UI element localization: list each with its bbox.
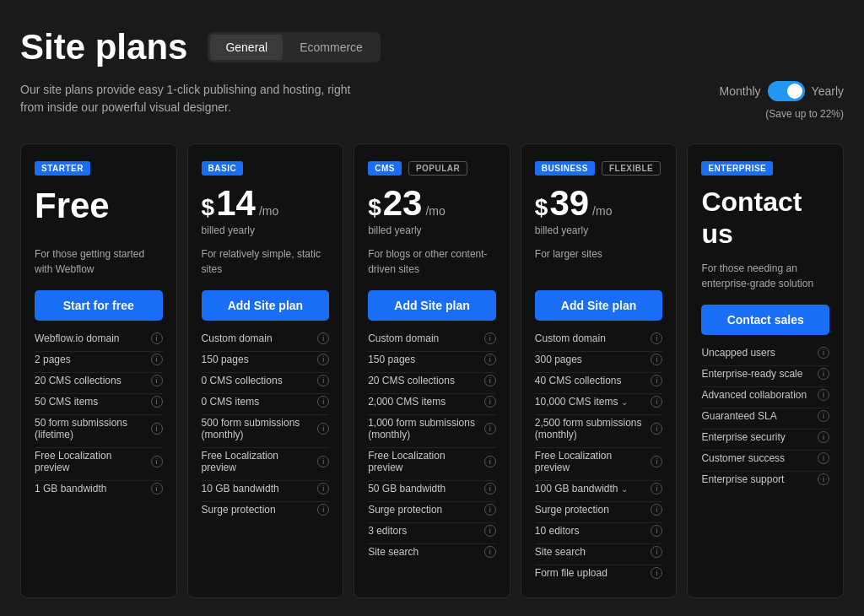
info-icon[interactable]: i <box>317 396 329 408</box>
feature-item: 300 pages i <box>535 351 663 367</box>
info-icon[interactable]: i <box>651 456 662 467</box>
badge-row-basic: BASIC <box>202 161 330 176</box>
plan-desc-starter: For those getting started with Webflow <box>35 246 163 280</box>
badge-row-enterprise: ENTERPRISE <box>701 161 829 176</box>
feature-text: 10,000 CMS items ⌄ <box>535 396 648 408</box>
tab-ecommerce[interactable]: Ecommerce <box>284 35 378 60</box>
info-icon[interactable]: i <box>651 396 662 408</box>
info-icon[interactable]: i <box>317 483 329 494</box>
feature-item: 20 CMS collections i <box>35 372 163 388</box>
features-list-business: Custom domain i 300 pages i 40 CMS colle… <box>535 331 663 581</box>
feature-item: 20 CMS collections i <box>368 372 496 388</box>
price-block-cms: $ 23 /mo billed yearly <box>368 186 496 236</box>
info-icon[interactable]: i <box>151 375 163 386</box>
cta-button-basic[interactable]: Add Site plan <box>202 290 330 321</box>
info-icon[interactable]: i <box>818 431 829 443</box>
info-icon[interactable]: i <box>484 375 496 386</box>
info-icon[interactable]: i <box>317 423 329 435</box>
badge-starter: STARTER <box>35 161 90 176</box>
info-icon[interactable]: i <box>818 368 829 380</box>
feature-item: 0 CMS collections i <box>202 372 330 388</box>
info-icon[interactable]: i <box>484 423 496 435</box>
info-icon[interactable]: i <box>651 332 662 344</box>
info-icon[interactable]: i <box>651 525 662 537</box>
feature-item: 2,500 form submissions (monthly) i <box>535 414 663 442</box>
badge-row-starter: STARTER <box>35 161 163 176</box>
price-dollar-basic: $ <box>202 196 215 219</box>
feature-item: Advanced collaboration i <box>701 386 829 403</box>
page-header: Site plans General Ecommerce <box>20 27 844 68</box>
info-icon[interactable]: i <box>317 504 329 516</box>
info-icon[interactable]: i <box>151 483 163 494</box>
feature-text: 150 pages <box>202 354 315 365</box>
feature-text: Custom domain <box>368 332 481 344</box>
info-icon[interactable]: i <box>651 504 662 516</box>
info-icon[interactable]: i <box>484 396 496 408</box>
feature-item: Site search i <box>535 543 663 559</box>
info-icon[interactable]: i <box>317 332 329 344</box>
badge-row-business: BUSINESSFLEXIBLE <box>535 161 663 176</box>
subtitle-row: Our site plans provide easy 1-click publ… <box>20 81 844 120</box>
plan-desc-basic: For relatively simple, static sites <box>202 246 330 280</box>
info-icon[interactable]: i <box>484 483 496 494</box>
feature-item: Enterprise-ready scale i <box>701 365 829 381</box>
info-icon[interactable]: i <box>484 354 496 365</box>
tab-general[interactable]: General <box>210 35 283 60</box>
feature-text: Free Localization preview <box>535 450 648 473</box>
info-icon[interactable]: i <box>651 354 662 365</box>
info-icon[interactable]: i <box>818 410 829 422</box>
info-icon[interactable]: i <box>151 354 163 365</box>
info-icon[interactable]: i <box>484 525 496 537</box>
info-icon[interactable]: i <box>151 396 163 408</box>
feature-item: Custom domain i <box>202 331 330 346</box>
feature-text: 50 CMS items <box>35 396 148 408</box>
feature-text: Surge protection <box>202 504 315 516</box>
info-icon[interactable]: i <box>818 347 829 359</box>
info-icon[interactable]: i <box>151 423 163 435</box>
price-dollar-business: $ <box>535 196 548 219</box>
info-icon[interactable]: i <box>651 546 662 558</box>
feature-item: 500 form submissions (monthly) i <box>202 414 330 442</box>
feature-item: Free Localization preview i <box>35 447 163 475</box>
info-icon[interactable]: i <box>317 375 329 386</box>
info-icon[interactable]: i <box>818 389 829 401</box>
feature-text: 2,000 CMS items <box>368 396 481 408</box>
info-icon[interactable]: i <box>651 483 662 494</box>
feature-text: Custom domain <box>535 332 648 344</box>
cta-button-cms[interactable]: Add Site plan <box>368 290 496 321</box>
info-icon[interactable]: i <box>818 452 829 464</box>
info-icon[interactable]: i <box>651 375 662 386</box>
price-per-cms: /mo <box>425 205 445 217</box>
features-list-cms: Custom domain i 150 pages i 20 CMS colle… <box>368 331 496 581</box>
billing-toggle[interactable] <box>768 81 805 101</box>
info-icon[interactable]: i <box>151 456 163 467</box>
feature-text: Customer success <box>701 452 814 464</box>
feature-text: 20 CMS collections <box>368 375 481 386</box>
feature-text: 300 pages <box>535 354 648 365</box>
badge-cms: CMS <box>368 161 402 176</box>
feature-item: Site search i <box>368 543 496 559</box>
feature-text: Site search <box>368 546 481 558</box>
page-title: Site plans <box>20 27 187 68</box>
price-per-basic: /mo <box>259 205 278 217</box>
info-icon[interactable]: i <box>484 332 496 344</box>
info-icon[interactable]: i <box>651 423 662 435</box>
info-icon[interactable]: i <box>651 567 662 579</box>
feature-item: Surge protection i <box>368 501 496 517</box>
feature-item: Enterprise support i <box>701 471 829 487</box>
cta-button-enterprise[interactable]: Contact sales <box>701 305 829 335</box>
info-icon[interactable]: i <box>484 456 496 467</box>
info-icon[interactable]: i <box>484 504 496 516</box>
cta-button-starter[interactable]: Start for free <box>35 290 163 321</box>
info-icon[interactable]: i <box>151 332 163 344</box>
info-icon[interactable]: i <box>818 473 829 485</box>
cta-button-business[interactable]: Add Site plan <box>535 290 663 321</box>
feature-item: Free Localization preview i <box>202 447 330 475</box>
info-icon[interactable]: i <box>484 546 496 558</box>
info-icon[interactable]: i <box>317 456 329 467</box>
badge-popular-cms: POPULAR <box>408 161 467 176</box>
info-icon[interactable]: i <box>317 354 329 365</box>
price-billed-cms: billed yearly <box>368 224 496 236</box>
feature-item: Surge protection i <box>202 501 330 517</box>
feature-text: 40 CMS collections <box>535 375 648 386</box>
